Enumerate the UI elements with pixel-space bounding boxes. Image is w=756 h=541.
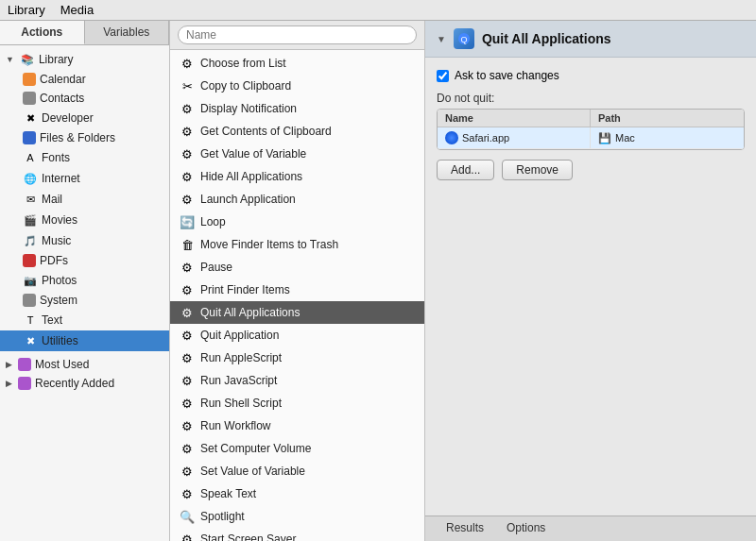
system-icon (23, 294, 36, 307)
sidebar-item-fonts[interactable]: A Fonts (0, 147, 169, 168)
sidebar-utilities-label: Utilities (42, 334, 78, 347)
most-used-triangle: ▶ (6, 360, 12, 369)
print-icon: ⚙ (180, 282, 195, 297)
action-get-var-label: Get Value of Variable (200, 147, 306, 161)
quit-icon: ⚙ (180, 328, 195, 343)
action-display-notification[interactable]: ⚙ Display Notification (170, 97, 424, 120)
collapse-triangle-icon[interactable]: ▼ (437, 34, 446, 44)
get-clip-icon: ⚙ (180, 124, 195, 139)
loop-icon: 🔄 (180, 214, 195, 229)
most-used-icon (18, 358, 31, 371)
action-pause[interactable]: ⚙ Pause (170, 256, 424, 279)
safari-icon (445, 131, 458, 144)
shell-icon: ⚙ (180, 396, 195, 411)
action-shell-label: Run Shell Script (200, 397, 282, 410)
action-run-applescript[interactable]: ⚙ Run AppleScript (170, 347, 424, 369)
movies-icon: 🎬 (23, 212, 38, 228)
recently-added-triangle: ▶ (6, 379, 12, 388)
screensaver-icon: ⚙ (180, 532, 195, 541)
action-set-volume[interactable]: ⚙ Set Computer Volume (170, 437, 424, 460)
action-get-variable[interactable]: ⚙ Get Value of Variable (170, 143, 424, 165)
sidebar-item-movies[interactable]: 🎬 Movies (0, 210, 169, 230)
menu-library[interactable]: Library (8, 3, 45, 17)
music-icon: 🎵 (23, 233, 38, 248)
sidebar-item-music[interactable]: 🎵 Music (0, 230, 169, 251)
sidebar-item-pdfs[interactable]: PDFs (0, 251, 169, 270)
triangle-icon: ▼ (6, 55, 14, 64)
sidebar-item-contacts[interactable]: Contacts (0, 89, 169, 108)
menu-media[interactable]: Media (60, 3, 94, 17)
sidebar-system-label: System (40, 294, 77, 307)
sidebar-recently-added[interactable]: ▶ Recently Added (0, 374, 169, 393)
action-set-var-label: Set Value of Variable (200, 465, 305, 478)
sidebar-mail-label: Mail (42, 193, 62, 206)
remove-button[interactable]: Remove (502, 160, 573, 180)
sidebar-item-files[interactable]: Files & Folders (0, 128, 169, 147)
recently-added-icon (18, 377, 31, 390)
contacts-icon (23, 92, 36, 105)
action-run-shell[interactable]: ⚙ Run Shell Script (170, 392, 424, 414)
sidebar-item-mail[interactable]: ✉ Mail (0, 189, 169, 210)
menu-bar: Library Media (0, 0, 756, 21)
action-print-label: Print Finder Items (200, 283, 290, 296)
results-tab[interactable]: Results (435, 516, 495, 541)
safari-name-cell: Safari.app (438, 127, 591, 148)
action-loop[interactable]: 🔄 Loop (170, 211, 424, 233)
sidebar-item-calendar[interactable]: Calendar (0, 70, 169, 89)
actions-list: ⚙ Choose from List ✂ Copy to Clipboard ⚙… (170, 50, 424, 541)
sidebar-library[interactable]: ▼ 📚 Library (0, 49, 169, 70)
action-print[interactable]: ⚙ Print Finder Items (170, 279, 424, 301)
sidebar-tree: ▼ 📚 Library Calendar Contacts ✖ Develope… (0, 45, 169, 541)
action-copy-clipboard[interactable]: ✂ Copy to Clipboard (170, 75, 424, 97)
photos-icon: 📷 (23, 273, 38, 288)
action-js-label: Run JavaScript (200, 374, 277, 387)
js-icon: ⚙ (180, 373, 195, 388)
ask-save-checkbox[interactable] (437, 70, 449, 82)
volume-icon: ⚙ (180, 441, 195, 456)
col-path-header: Path (591, 110, 744, 127)
sidebar-most-used[interactable]: ▶ Most Used (0, 355, 169, 374)
action-detail-title: Quit All Applications (482, 31, 611, 46)
sidebar-item-utilities[interactable]: ✖ Utilities (0, 330, 169, 351)
sidebar-item-internet[interactable]: 🌐 Internet (0, 168, 169, 189)
notif-icon: ⚙ (180, 101, 195, 116)
action-set-variable[interactable]: ⚙ Set Value of Variable (170, 460, 424, 482)
action-get-clipboard[interactable]: ⚙ Get Contents of Clipboard (170, 120, 424, 143)
sidebar-item-developer[interactable]: ✖ Developer (0, 108, 169, 128)
action-spotlight[interactable]: 🔍 Spotlight (170, 505, 424, 528)
action-speak-text[interactable]: ⚙ Speak Text (170, 482, 424, 505)
table-row[interactable]: Safari.app 💾 Mac (438, 127, 744, 149)
action-quit-all[interactable]: ⚙ Quit All Applications (170, 301, 424, 324)
sidebar-fonts-label: Fonts (42, 151, 70, 164)
action-run-workflow[interactable]: ⚙ Run Workflow (170, 414, 424, 437)
launch-icon: ⚙ (180, 192, 195, 207)
action-move-trash[interactable]: 🗑 Move Finder Items to Trash (170, 233, 424, 256)
internet-icon: 🌐 (23, 171, 38, 186)
action-quit[interactable]: ⚙ Quit Application (170, 324, 424, 347)
bottom-tabs: Results Options (425, 516, 756, 541)
table-header: Name Path (438, 110, 744, 127)
sidebar-item-text[interactable]: T Text (0, 310, 169, 330)
sidebar-item-photos[interactable]: 📷 Photos (0, 270, 169, 291)
sidebar-item-system[interactable]: System (0, 291, 169, 310)
tab-variables[interactable]: Variables (85, 21, 170, 44)
sidebar-files-label: Files & Folders (40, 131, 115, 144)
action-spotlight-label: Spotlight (200, 510, 245, 523)
action-launch[interactable]: ⚙ Launch Application (170, 188, 424, 211)
tab-actions[interactable]: Actions (0, 21, 85, 44)
action-pause-label: Pause (200, 261, 232, 274)
options-tab[interactable]: Options (495, 516, 557, 541)
mail-icon: ✉ (23, 192, 38, 207)
trash-icon: 🗑 (180, 237, 195, 252)
action-workflow-label: Run Workflow (200, 419, 270, 432)
action-copy-label: Copy to Clipboard (200, 79, 291, 93)
safari-path-cell: 💾 Mac (591, 127, 744, 148)
action-screen-saver[interactable]: ⚙ Start Screen Saver (170, 528, 424, 541)
search-input[interactable] (178, 25, 417, 44)
quit-all-header-icon: Q (454, 28, 474, 49)
action-hide-all[interactable]: ⚙ Hide All Applications (170, 165, 424, 188)
action-choose-from-list[interactable]: ⚙ Choose from List (170, 52, 424, 75)
sidebar-calendar-label: Calendar (40, 73, 86, 86)
add-button[interactable]: Add... (437, 160, 494, 180)
action-run-js[interactable]: ⚙ Run JavaScript (170, 369, 424, 392)
